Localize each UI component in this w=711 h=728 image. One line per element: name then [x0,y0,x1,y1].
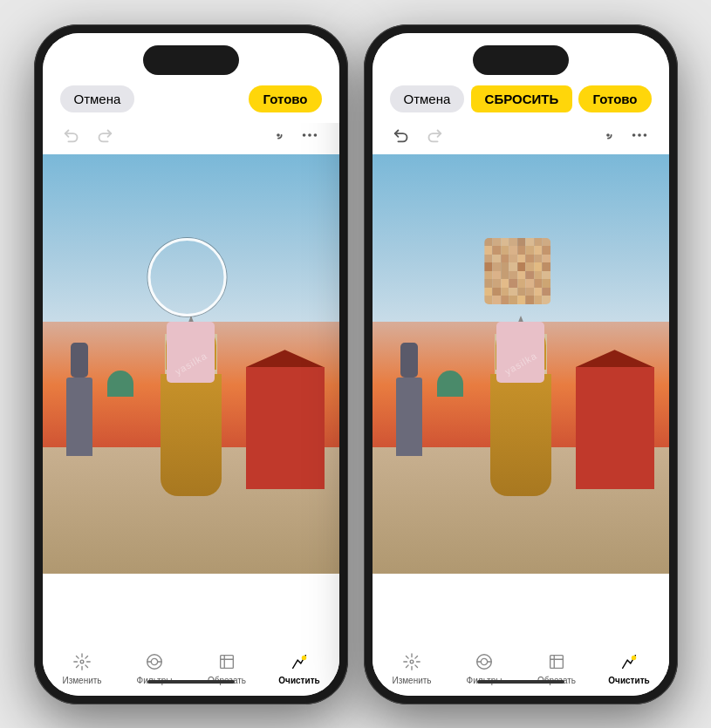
svg-point-1 [302,133,305,137]
girl-body-1 [167,322,215,383]
pixel-60 [509,296,517,304]
more-icon-2[interactable] [627,123,652,147]
done-button-1[interactable]: Готово [249,85,321,112]
red-building-1 [246,367,325,489]
photo-area-2[interactable]: yasilka [373,154,669,574]
pixel-30 [525,262,534,271]
pixel-45 [517,279,526,288]
pixel-22 [525,255,534,263]
red-building-2 [576,367,654,489]
right-tools-2 [596,123,652,147]
pixel-25 [484,262,493,271]
pixel-54 [525,288,534,296]
adjust-label-1: Изменить [62,676,101,685]
pixel-62 [525,296,534,304]
cancel-button-1[interactable]: Отмена [60,85,135,112]
cancel-button-2[interactable]: Отмена [390,85,465,112]
pixel-63 [534,296,543,304]
pixel-43 [501,279,509,288]
svg-point-14 [632,133,635,137]
dynamic-island-1 [143,45,239,75]
tool-clean-1[interactable]: Очистить [275,650,324,685]
left-tools-2 [390,123,446,147]
girl-hair-long-2 [490,374,551,496]
pixel-10 [492,246,501,255]
svg-point-6 [151,658,157,664]
pixel-9 [484,246,493,255]
pixel-2 [492,238,501,247]
pixel-38 [525,271,534,280]
pixel-42 [492,279,501,288]
red-roof-2 [576,350,654,367]
crop-icon-2 [545,650,568,673]
redo-icon-1[interactable] [92,123,116,147]
undo-icon-1[interactable] [60,123,85,147]
markup-icon-1[interactable] [266,123,291,147]
redo-icon-2[interactable] [421,123,446,147]
pixel-47 [534,279,543,288]
pixel-51 [501,288,509,296]
svg-rect-9 [221,655,234,668]
pixel-50 [492,288,501,296]
pixel-15 [534,246,543,255]
more-icon-1[interactable] [297,123,322,147]
svg-point-0 [277,133,280,137]
tool-clean-2[interactable]: Очистить [605,650,653,685]
clean-icon-2 [618,650,640,673]
photo-scene-2: yasilka [373,154,669,574]
pixel-36 [509,271,517,280]
adjust-icon-2 [400,650,423,673]
tool-bar-2 [373,123,669,154]
pixel-44 [509,279,517,288]
clean-label-2: Очистить [608,676,649,685]
markup-icon-2[interactable] [596,123,620,147]
pixel-19 [501,255,509,263]
girl-hair-long-1 [161,374,222,496]
pixel-5 [517,238,526,247]
home-indicator-1 [147,680,235,684]
pixel-40 [542,271,550,280]
circle-selector-1[interactable] [147,238,226,316]
home-indicator-2 [477,680,564,684]
pixel-61 [517,296,526,304]
svg-point-4 [80,660,84,663]
done-button-2[interactable]: Готово [578,85,651,112]
pixel-34 [492,271,501,280]
clean-icon-1 [288,650,311,673]
pixel-3 [501,238,509,247]
svg-point-19 [481,658,487,664]
phone-screen-1: Отмена Готово [43,33,339,696]
tool-adjust-2[interactable]: Изменить [387,650,436,685]
bottom-toolbar-2: Изменить Фильтры [373,643,669,696]
pixel-28 [509,262,517,271]
adjust-label-2: Изменить [392,676,431,685]
svg-point-2 [308,133,311,137]
pixel-face-overlay-2 [484,238,550,304]
filters-icon-2 [473,650,496,673]
pixel-23 [534,255,543,263]
pixel-39 [534,271,543,280]
pixel-20 [509,255,517,263]
crop-icon-1 [215,650,238,673]
statue-2 [396,378,422,456]
statue-figure-1 [71,343,88,378]
pixel-56 [542,288,550,296]
pixel-57 [484,296,493,304]
reset-button-2[interactable]: СБРОСИТЬ [471,85,573,112]
tool-adjust-1[interactable]: Изменить [58,650,106,685]
pixel-24 [542,255,550,263]
phone-frame-1: Отмена Готово [34,24,348,704]
pixel-49 [484,288,493,296]
pixel-11 [501,246,509,255]
pixel-55 [534,288,543,296]
pixel-37 [517,271,526,280]
bottom-toolbar-1: Изменить Фильтры [43,643,339,696]
photo-area-1[interactable]: yasilka [43,154,339,574]
undo-icon-2[interactable] [390,123,414,147]
tool-bar-1 [43,123,339,154]
statue-1 [66,378,92,456]
pixel-1 [484,238,493,247]
red-roof-1 [246,350,325,367]
pixel-31 [534,262,543,271]
statue-figure-2 [400,343,418,378]
